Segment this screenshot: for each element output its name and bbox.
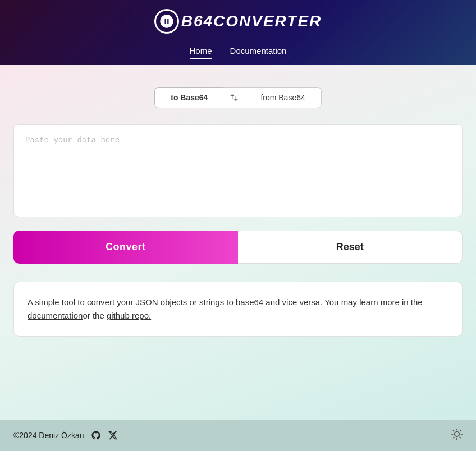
nav: Home Documentation	[0, 40, 476, 65]
header: B64CONVERTER Home Documentation	[0, 0, 476, 65]
footer: ©2024 Deniz Özkan	[0, 420, 476, 451]
convert-button[interactable]: Convert	[13, 231, 238, 264]
info-middle-text: or the	[83, 311, 107, 320]
logo-area: B64CONVERTER	[0, 9, 476, 34]
doc-link[interactable]: documentation	[28, 311, 83, 320]
converter-container: to Base64 from Base64 Convert Reset A si…	[13, 87, 463, 337]
logo-svg	[159, 13, 175, 29]
twitter-svg	[108, 430, 118, 440]
tab-to-base64[interactable]: to Base64	[154, 87, 223, 108]
info-text: A simple tool to convert your JSON objec…	[28, 297, 423, 307]
svg-line-5	[460, 437, 460, 438]
logo-icon	[154, 9, 179, 34]
svg-line-8	[454, 437, 454, 438]
copyright-text: ©2024 Deniz Özkan	[13, 431, 84, 440]
data-input[interactable]	[25, 136, 451, 203]
footer-left: ©2024 Deniz Özkan	[13, 430, 118, 440]
main: to Base64 from Base64 Convert Reset A si…	[0, 65, 476, 420]
nav-home[interactable]: Home	[190, 46, 212, 59]
footer-right	[451, 429, 463, 442]
reset-button[interactable]: Reset	[238, 231, 463, 264]
swap-button[interactable]	[223, 87, 245, 108]
svg-line-9	[460, 431, 460, 431]
input-area	[13, 124, 463, 217]
sun-icon	[451, 429, 463, 440]
swap-icon	[230, 93, 239, 102]
github-svg	[91, 430, 101, 440]
tab-from-base64[interactable]: from Base64	[245, 87, 321, 108]
buttons-row: Convert Reset	[13, 231, 463, 264]
info-box: A simple tool to convert your JSON objec…	[13, 282, 463, 337]
nav-documentation[interactable]: Documentation	[230, 46, 287, 59]
svg-line-4	[454, 431, 454, 431]
svg-point-1	[455, 432, 459, 436]
github-icon[interactable]	[91, 430, 101, 440]
github-link[interactable]: github repo.	[107, 311, 151, 320]
theme-toggle[interactable]	[451, 429, 463, 442]
tab-switcher: to Base64 from Base64	[13, 87, 463, 108]
logo-text: B64CONVERTER	[181, 12, 322, 30]
twitter-icon[interactable]	[108, 430, 118, 440]
